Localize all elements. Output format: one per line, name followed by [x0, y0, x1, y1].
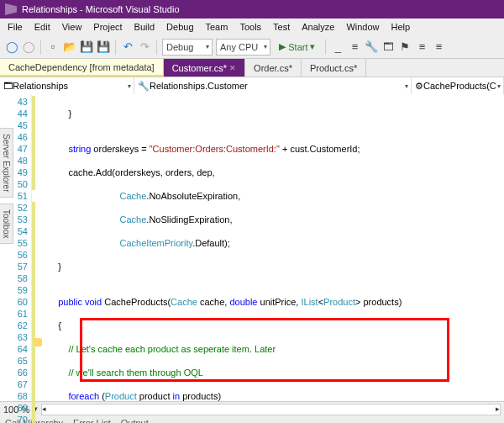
menu-build[interactable]: Build	[130, 20, 159, 34]
zoom-bar: 100 %▾ ◂▸	[0, 401, 504, 416]
nav-type[interactable]: 🔧 Relationships.Customer	[134, 77, 412, 94]
tab-customer[interactable]: Customer.cs*✕	[164, 59, 245, 77]
nav-scope[interactable]: 🗔 Relationships	[0, 77, 134, 94]
save-icon[interactable]: 💾	[80, 40, 93, 54]
menu-window[interactable]: Window	[342, 20, 383, 34]
menu-project[interactable]: Project	[89, 20, 126, 34]
nav-back-icon[interactable]: ◯	[5, 40, 18, 54]
toolbar: ◯ ◯ ▫ 📂 💾 💾 ↶ ↷ Debug Any CPU ▶ Start ▾ …	[0, 35, 504, 59]
document-tabs: CacheDependency [from metadata] Customer…	[0, 59, 504, 77]
tool-icon[interactable]: ≡	[415, 40, 428, 54]
redo-icon[interactable]: ↷	[138, 40, 151, 54]
tool-icon[interactable]: ⚑	[398, 40, 412, 54]
menu-tools[interactable]: Tools	[235, 20, 265, 34]
tool-icon[interactable]: ≡	[348, 40, 361, 54]
save-all-icon[interactable]: 💾	[97, 40, 110, 54]
tool-icon[interactable]: 🗔	[381, 40, 395, 54]
tab-product[interactable]: Product.cs*	[302, 59, 366, 77]
toolbox-tab[interactable]: Toolbox	[0, 204, 13, 244]
menu-file[interactable]: File	[3, 20, 27, 34]
title-bar: Relationships - Microsoft Visual Studio	[0, 0, 504, 19]
tab-cachedep[interactable]: CacheDependency [from metadata]	[0, 59, 164, 77]
menu-team[interactable]: Team	[202, 20, 233, 34]
tab-order[interactable]: Order.cs*	[245, 59, 302, 77]
menu-test[interactable]: Test	[269, 20, 294, 34]
tool-icon[interactable]: _	[331, 40, 344, 54]
vs-logo-icon	[5, 3, 17, 15]
tab-output[interactable]: Output	[121, 418, 149, 423]
bottom-panel-tabs: Call Hierarchy Error List Output	[0, 416, 504, 423]
h-scrollbar[interactable]: ◂▸	[41, 404, 501, 415]
code-editor[interactable]: Server Explorer Toolbox 4344454647484950…	[0, 94, 504, 401]
nav-fwd-icon[interactable]: ◯	[22, 40, 35, 54]
platform-combo[interactable]: Any CPU	[216, 39, 270, 56]
undo-icon[interactable]: ↶	[121, 40, 134, 54]
menu-debug[interactable]: Debug	[162, 20, 197, 34]
open-icon[interactable]: 📂	[63, 40, 76, 54]
config-combo[interactable]: Debug	[162, 39, 213, 56]
server-explorer-tab[interactable]: Server Explorer	[0, 128, 13, 198]
lightbulb-icon[interactable]	[34, 338, 42, 346]
tool-icon[interactable]: ≡	[432, 40, 445, 54]
nav-member[interactable]: ⚙ CacheProducts(C	[412, 77, 504, 94]
start-button[interactable]: ▶ Start ▾	[274, 41, 320, 52]
tool-icon[interactable]: 🔧	[365, 40, 378, 54]
menu-bar[interactable]: File Edit View Project Build Debug Team …	[0, 19, 504, 35]
menu-view[interactable]: View	[58, 20, 87, 34]
code-area[interactable]: } string orderskeys = "Customer:Orders:C…	[47, 94, 504, 401]
tab-errorlist[interactable]: Error List	[73, 418, 111, 423]
window-title: Relationships - Microsoft Visual Studio	[22, 4, 180, 14]
menu-help[interactable]: Help	[387, 20, 415, 34]
navigation-bar: 🗔 Relationships 🔧 Relationships.Customer…	[0, 77, 504, 94]
menu-edit[interactable]: Edit	[30, 20, 55, 34]
new-icon[interactable]: ▫	[46, 40, 60, 54]
close-icon[interactable]: ✕	[229, 64, 236, 72]
menu-analyze[interactable]: Analyze	[297, 20, 339, 34]
